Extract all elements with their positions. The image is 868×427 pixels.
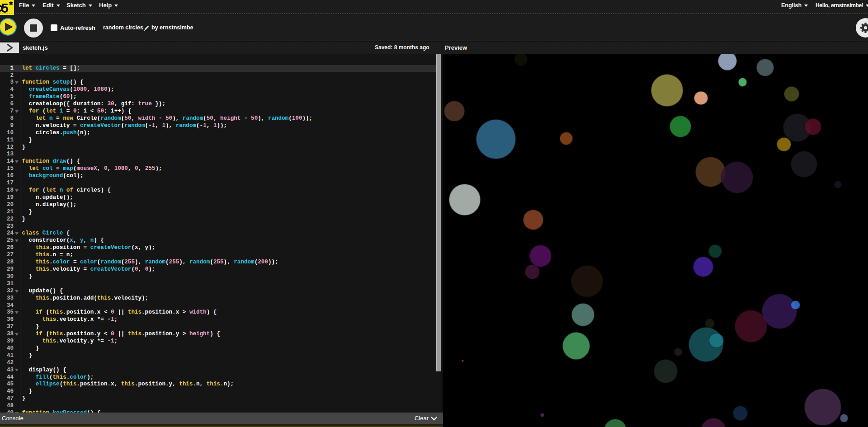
svg-text:5: 5 bbox=[1, 1, 9, 15]
